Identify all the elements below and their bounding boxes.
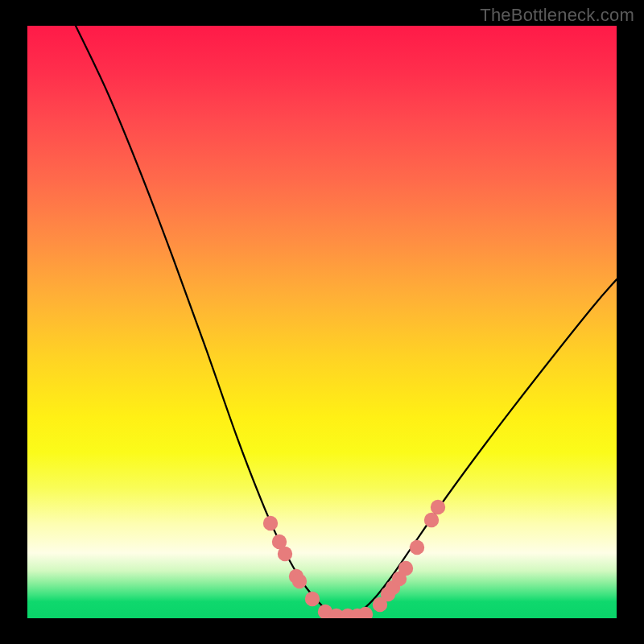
data-marker — [398, 561, 413, 576]
curve-right-curve — [343, 279, 617, 617]
data-marker — [278, 547, 292, 561]
data-marker — [292, 574, 307, 588]
chart-frame: TheBottleneck.com — [0, 0, 644, 644]
data-marker — [305, 592, 320, 606]
plot-area — [27, 26, 617, 618]
data-marker — [424, 513, 439, 527]
data-marker — [431, 500, 445, 514]
data-marker — [263, 516, 278, 530]
data-marker — [410, 540, 424, 555]
curve-layer — [27, 26, 617, 618]
watermark-text: TheBottleneck.com — [480, 5, 634, 26]
data-marker — [358, 607, 373, 618]
curve-left-curve — [76, 26, 343, 617]
